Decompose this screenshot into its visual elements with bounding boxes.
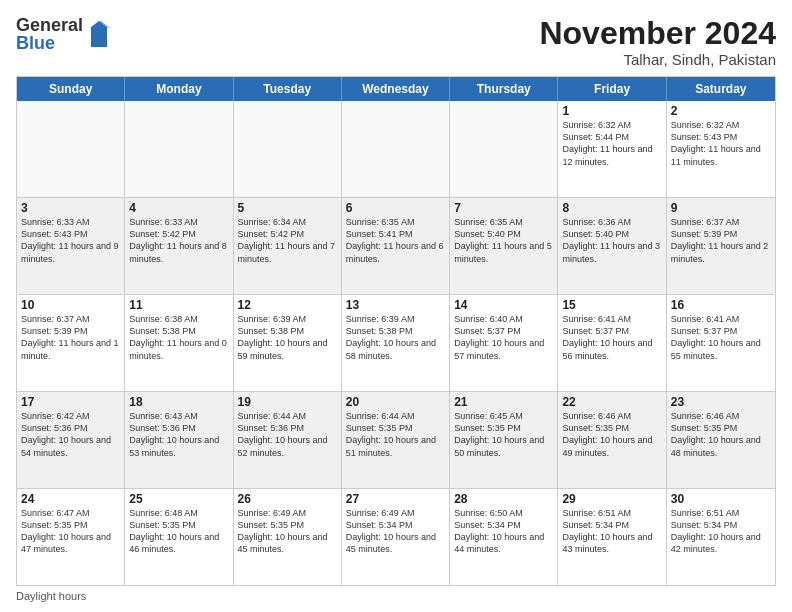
footer-note: Daylight hours [16,590,776,602]
day-number: 8 [562,201,661,215]
day-info: Sunrise: 6:49 AM Sunset: 5:34 PM Dayligh… [346,507,445,556]
calendar-row-4: 24Sunrise: 6:47 AM Sunset: 5:35 PM Dayli… [17,488,775,585]
empty-cell-0-4 [450,101,558,197]
day-number: 4 [129,201,228,215]
day-info: Sunrise: 6:39 AM Sunset: 5:38 PM Dayligh… [346,313,445,362]
day-cell-8: 8Sunrise: 6:36 AM Sunset: 5:40 PM Daylig… [558,198,666,294]
empty-cell-0-3 [342,101,450,197]
day-info: Sunrise: 6:49 AM Sunset: 5:35 PM Dayligh… [238,507,337,556]
day-number: 12 [238,298,337,312]
empty-cell-0-0 [17,101,125,197]
day-cell-19: 19Sunrise: 6:44 AM Sunset: 5:36 PM Dayli… [234,392,342,488]
day-cell-15: 15Sunrise: 6:41 AM Sunset: 5:37 PM Dayli… [558,295,666,391]
day-number: 23 [671,395,771,409]
day-info: Sunrise: 6:45 AM Sunset: 5:35 PM Dayligh… [454,410,553,459]
day-number: 5 [238,201,337,215]
day-number: 16 [671,298,771,312]
day-cell-1: 1Sunrise: 6:32 AM Sunset: 5:44 PM Daylig… [558,101,666,197]
day-info: Sunrise: 6:37 AM Sunset: 5:39 PM Dayligh… [21,313,120,362]
day-info: Sunrise: 6:50 AM Sunset: 5:34 PM Dayligh… [454,507,553,556]
day-number: 17 [21,395,120,409]
day-info: Sunrise: 6:46 AM Sunset: 5:35 PM Dayligh… [671,410,771,459]
day-cell-3: 3Sunrise: 6:33 AM Sunset: 5:43 PM Daylig… [17,198,125,294]
day-cell-26: 26Sunrise: 6:49 AM Sunset: 5:35 PM Dayli… [234,489,342,585]
day-cell-10: 10Sunrise: 6:37 AM Sunset: 5:39 PM Dayli… [17,295,125,391]
day-cell-5: 5Sunrise: 6:34 AM Sunset: 5:42 PM Daylig… [234,198,342,294]
day-info: Sunrise: 6:41 AM Sunset: 5:37 PM Dayligh… [671,313,771,362]
day-info: Sunrise: 6:35 AM Sunset: 5:40 PM Dayligh… [454,216,553,265]
day-number: 10 [21,298,120,312]
day-cell-6: 6Sunrise: 6:35 AM Sunset: 5:41 PM Daylig… [342,198,450,294]
day-info: Sunrise: 6:51 AM Sunset: 5:34 PM Dayligh… [671,507,771,556]
day-number: 19 [238,395,337,409]
day-number: 2 [671,104,771,118]
day-cell-14: 14Sunrise: 6:40 AM Sunset: 5:37 PM Dayli… [450,295,558,391]
day-cell-25: 25Sunrise: 6:48 AM Sunset: 5:35 PM Dayli… [125,489,233,585]
day-info: Sunrise: 6:42 AM Sunset: 5:36 PM Dayligh… [21,410,120,459]
header-day-monday: Monday [125,77,233,101]
day-info: Sunrise: 6:38 AM Sunset: 5:38 PM Dayligh… [129,313,228,362]
day-info: Sunrise: 6:39 AM Sunset: 5:38 PM Dayligh… [238,313,337,362]
day-cell-2: 2Sunrise: 6:32 AM Sunset: 5:43 PM Daylig… [667,101,775,197]
day-number: 18 [129,395,228,409]
day-number: 29 [562,492,661,506]
day-cell-20: 20Sunrise: 6:44 AM Sunset: 5:35 PM Dayli… [342,392,450,488]
day-number: 13 [346,298,445,312]
day-info: Sunrise: 6:44 AM Sunset: 5:35 PM Dayligh… [346,410,445,459]
day-cell-18: 18Sunrise: 6:43 AM Sunset: 5:36 PM Dayli… [125,392,233,488]
header-day-friday: Friday [558,77,666,101]
day-info: Sunrise: 6:33 AM Sunset: 5:42 PM Dayligh… [129,216,228,265]
day-info: Sunrise: 6:48 AM Sunset: 5:35 PM Dayligh… [129,507,228,556]
day-info: Sunrise: 6:51 AM Sunset: 5:34 PM Dayligh… [562,507,661,556]
day-cell-16: 16Sunrise: 6:41 AM Sunset: 5:37 PM Dayli… [667,295,775,391]
day-info: Sunrise: 6:35 AM Sunset: 5:41 PM Dayligh… [346,216,445,265]
day-number: 3 [21,201,120,215]
calendar: SundayMondayTuesdayWednesdayThursdayFrid… [16,76,776,586]
day-info: Sunrise: 6:32 AM Sunset: 5:44 PM Dayligh… [562,119,661,168]
day-cell-22: 22Sunrise: 6:46 AM Sunset: 5:35 PM Dayli… [558,392,666,488]
day-number: 21 [454,395,553,409]
header-day-thursday: Thursday [450,77,558,101]
day-cell-12: 12Sunrise: 6:39 AM Sunset: 5:38 PM Dayli… [234,295,342,391]
day-info: Sunrise: 6:36 AM Sunset: 5:40 PM Dayligh… [562,216,661,265]
day-cell-9: 9Sunrise: 6:37 AM Sunset: 5:39 PM Daylig… [667,198,775,294]
day-number: 22 [562,395,661,409]
day-number: 14 [454,298,553,312]
day-info: Sunrise: 6:40 AM Sunset: 5:37 PM Dayligh… [454,313,553,362]
day-info: Sunrise: 6:46 AM Sunset: 5:35 PM Dayligh… [562,410,661,459]
day-info: Sunrise: 6:34 AM Sunset: 5:42 PM Dayligh… [238,216,337,265]
day-info: Sunrise: 6:43 AM Sunset: 5:36 PM Dayligh… [129,410,228,459]
logo-text: General Blue [16,16,83,52]
day-number: 28 [454,492,553,506]
day-info: Sunrise: 6:41 AM Sunset: 5:37 PM Dayligh… [562,313,661,362]
day-info: Sunrise: 6:37 AM Sunset: 5:39 PM Dayligh… [671,216,771,265]
day-info: Sunrise: 6:32 AM Sunset: 5:43 PM Dayligh… [671,119,771,168]
day-number: 24 [21,492,120,506]
day-cell-27: 27Sunrise: 6:49 AM Sunset: 5:34 PM Dayli… [342,489,450,585]
header: General Blue November 2024 Talhar, Sindh… [16,16,776,68]
day-number: 1 [562,104,661,118]
day-cell-24: 24Sunrise: 6:47 AM Sunset: 5:35 PM Dayli… [17,489,125,585]
day-number: 7 [454,201,553,215]
day-number: 25 [129,492,228,506]
day-number: 9 [671,201,771,215]
day-cell-23: 23Sunrise: 6:46 AM Sunset: 5:35 PM Dayli… [667,392,775,488]
header-day-tuesday: Tuesday [234,77,342,101]
header-day-wednesday: Wednesday [342,77,450,101]
empty-cell-0-2 [234,101,342,197]
calendar-row-1: 3Sunrise: 6:33 AM Sunset: 5:43 PM Daylig… [17,197,775,294]
logo: General Blue [16,16,111,52]
day-cell-13: 13Sunrise: 6:39 AM Sunset: 5:38 PM Dayli… [342,295,450,391]
calendar-header: SundayMondayTuesdayWednesdayThursdayFrid… [17,77,775,101]
day-number: 27 [346,492,445,506]
day-info: Sunrise: 6:33 AM Sunset: 5:43 PM Dayligh… [21,216,120,265]
calendar-row-0: 1Sunrise: 6:32 AM Sunset: 5:44 PM Daylig… [17,101,775,197]
day-info: Sunrise: 6:44 AM Sunset: 5:36 PM Dayligh… [238,410,337,459]
day-number: 15 [562,298,661,312]
logo-icon [87,19,111,49]
day-number: 30 [671,492,771,506]
day-cell-21: 21Sunrise: 6:45 AM Sunset: 5:35 PM Dayli… [450,392,558,488]
logo-blue: Blue [16,34,83,52]
day-number: 20 [346,395,445,409]
empty-cell-0-1 [125,101,233,197]
